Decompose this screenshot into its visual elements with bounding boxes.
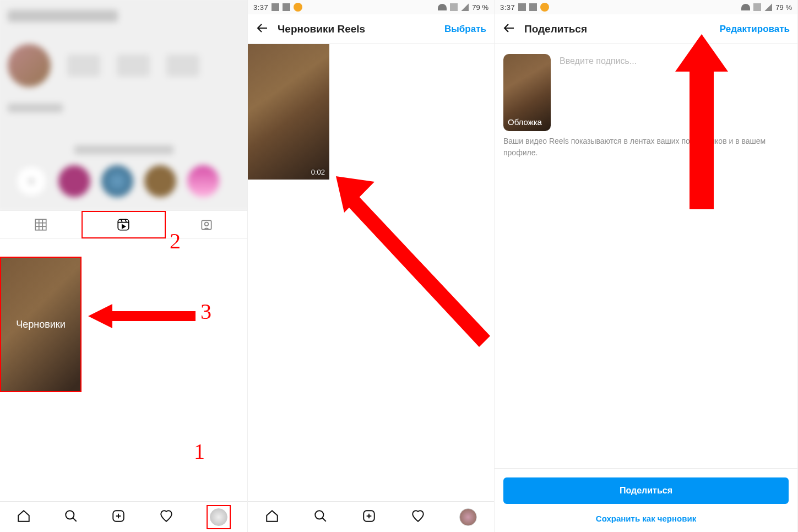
profile-tab-strip [0, 210, 247, 239]
edit-button[interactable]: Редактировать [720, 24, 790, 35]
svg-marker-26 [348, 196, 490, 347]
wifi-icon [438, 4, 447, 10]
profile-header-blurred: + [0, 0, 248, 213]
no-sim-icon [753, 3, 761, 11]
drafts-screen: 3:37 79 % Черновики Reels Выбрать 0:02 [248, 0, 495, 532]
back-button[interactable] [502, 21, 515, 37]
annotation-arrow-edit [674, 34, 729, 210]
nav-search[interactable] [64, 509, 78, 525]
annotation-number-3: 3 [200, 298, 211, 324]
cover-label: Обложка [508, 117, 542, 127]
status-bar: 3:37 79 % [495, 0, 797, 14]
image-icon [529, 3, 537, 11]
status-time: 3:37 [500, 3, 515, 12]
nav-home[interactable] [17, 509, 31, 525]
share-header: Поделиться Редактировать [495, 14, 797, 44]
svg-point-20 [316, 511, 324, 519]
nav-search[interactable] [313, 509, 328, 525]
drafts-label: Черновики [16, 319, 66, 330]
annotation-arrow-clip [325, 165, 495, 347]
svg-point-11 [205, 222, 209, 226]
clip-duration: 0:02 [311, 168, 325, 176]
svg-point-12 [66, 511, 74, 519]
touch-icon [272, 3, 279, 11]
svg-line-21 [323, 518, 327, 522]
bottom-nav [0, 501, 247, 532]
annotation-number-2: 2 [170, 228, 181, 254]
svg-rect-29 [690, 67, 714, 209]
touch-icon [518, 3, 526, 11]
avatar-icon [459, 508, 477, 526]
heart-icon [411, 509, 425, 523]
status-battery: 79 % [775, 3, 792, 12]
save-draft-button[interactable]: Сохранить как черновик [503, 514, 789, 523]
reels-tab[interactable] [82, 211, 165, 238]
drafts-title: Черновики Reels [278, 23, 436, 35]
caption-placeholder-text: Введите подпись... [560, 56, 637, 66]
share-screen: 3:37 79 % Поделиться Редактировать Облож… [495, 0, 798, 532]
back-button[interactable] [256, 21, 269, 37]
arrow-left-icon [256, 21, 269, 35]
nav-activity[interactable] [159, 509, 173, 525]
search-icon [64, 509, 78, 523]
home-icon [17, 509, 31, 523]
nav-create[interactable] [111, 509, 126, 525]
nav-profile[interactable] [207, 505, 231, 529]
tagged-icon [199, 218, 214, 232]
home-icon [265, 509, 279, 523]
share-button[interactable]: Поделиться [503, 477, 789, 504]
arrow-left-icon [502, 21, 515, 35]
svg-line-13 [73, 518, 77, 522]
signal-icon [461, 3, 469, 11]
avatar-icon [210, 508, 227, 526]
svg-marker-28 [675, 34, 728, 72]
wifi-icon [741, 4, 750, 10]
svg-marker-9 [122, 225, 125, 229]
grid-tab[interactable] [0, 211, 82, 238]
draft-clip[interactable]: 0:02 [248, 44, 329, 180]
nav-create[interactable] [362, 509, 376, 525]
plus-square-icon [362, 509, 376, 523]
image-icon [283, 3, 290, 11]
heart-icon [159, 509, 173, 523]
app-indicator-icon [540, 3, 549, 12]
status-bar: 3:37 79 % [248, 0, 494, 14]
svg-marker-18 [88, 304, 112, 328]
reels-icon [116, 218, 131, 232]
nav-activity[interactable] [411, 509, 425, 525]
caption-input[interactable]: Введите подпись... [560, 54, 637, 131]
profile-screen: + Черновики 1 2 3 [0, 0, 248, 532]
status-time: 3:37 [253, 3, 268, 12]
reels-info-text: Ваши видео Reels показываются в лентах в… [503, 135, 789, 159]
nav-profile[interactable] [459, 508, 477, 526]
drafts-thumbnail[interactable]: Черновики [0, 257, 82, 392]
share-title: Поделиться [524, 23, 711, 35]
signal-icon [764, 3, 772, 11]
app-indicator-icon [294, 3, 302, 12]
plus-square-icon [111, 509, 126, 523]
bottom-nav [248, 501, 494, 532]
share-footer: Поделиться Сохранить как черновик [495, 468, 797, 532]
no-sim-icon [450, 3, 458, 11]
search-icon [313, 509, 328, 523]
status-battery: 79 % [472, 3, 488, 12]
svg-rect-0 [35, 219, 46, 230]
drafts-header: Черновики Reels Выбрать [248, 14, 494, 44]
annotation-number-1: 1 [194, 438, 205, 464]
nav-home[interactable] [265, 509, 279, 525]
select-button[interactable]: Выбрать [444, 24, 486, 35]
grid-icon [34, 218, 48, 232]
svg-rect-5 [118, 219, 129, 230]
annotation-arrow-3 [88, 300, 198, 333]
cover-thumbnail[interactable]: Обложка [503, 54, 551, 131]
